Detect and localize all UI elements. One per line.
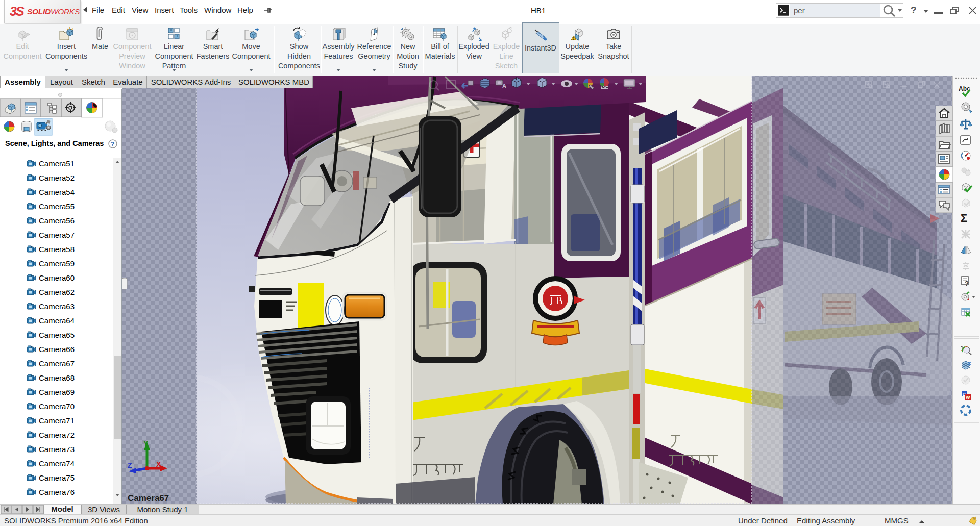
svg-text:Camera60: Camera60 xyxy=(39,273,75,282)
svg-text:?: ? xyxy=(111,141,114,148)
svg-text:Y: Y xyxy=(143,439,149,447)
svg-text:Camera67: Camera67 xyxy=(128,493,169,503)
svg-text:Z: Z xyxy=(128,461,132,469)
svg-text:Camera70: Camera70 xyxy=(39,402,75,411)
svg-text:Camera65: Camera65 xyxy=(39,331,75,339)
svg-text:Camera51: Camera51 xyxy=(39,159,75,168)
svg-text:A: A xyxy=(502,83,506,89)
svg-text:Camera63: Camera63 xyxy=(39,302,75,311)
svg-text:Camera64: Camera64 xyxy=(39,316,75,325)
svg-text:Camera67: Camera67 xyxy=(39,359,75,368)
svg-text:Scene, Lights, and Cameras: Scene, Lights, and Cameras xyxy=(5,139,104,147)
svg-text:W: W xyxy=(966,395,970,400)
svg-text:Camera59: Camera59 xyxy=(39,259,75,268)
svg-text:Camera57: Camera57 xyxy=(39,231,75,239)
svg-text:Camera58: Camera58 xyxy=(39,245,75,254)
svg-text:Camera52: Camera52 xyxy=(39,173,75,182)
svg-text:3S: 3S xyxy=(10,4,24,18)
svg-text:Camera55: Camera55 xyxy=(39,202,75,211)
svg-text:Camera71: Camera71 xyxy=(39,416,75,425)
svg-text:Camera69: Camera69 xyxy=(39,388,75,396)
svg-text:Camera62: Camera62 xyxy=(39,288,75,296)
svg-text:SOLIDWORKS: SOLIDWORKS xyxy=(27,7,80,16)
svg-text:Camera75: Camera75 xyxy=(39,473,75,482)
svg-text:?: ? xyxy=(965,280,969,287)
svg-text:Camera54: Camera54 xyxy=(39,188,75,196)
svg-text:Camera68: Camera68 xyxy=(39,373,75,382)
svg-text:Camera76: Camera76 xyxy=(39,488,75,496)
svg-text:Camera72: Camera72 xyxy=(39,431,75,439)
svg-text:Camera73: Camera73 xyxy=(39,445,75,454)
svg-text:Camera74: Camera74 xyxy=(39,459,75,468)
svg-text:Σ: Σ xyxy=(961,212,967,224)
svg-text:Camera66: Camera66 xyxy=(39,345,75,354)
svg-text:X: X xyxy=(156,460,161,468)
svg-text:Camera56: Camera56 xyxy=(39,216,75,225)
